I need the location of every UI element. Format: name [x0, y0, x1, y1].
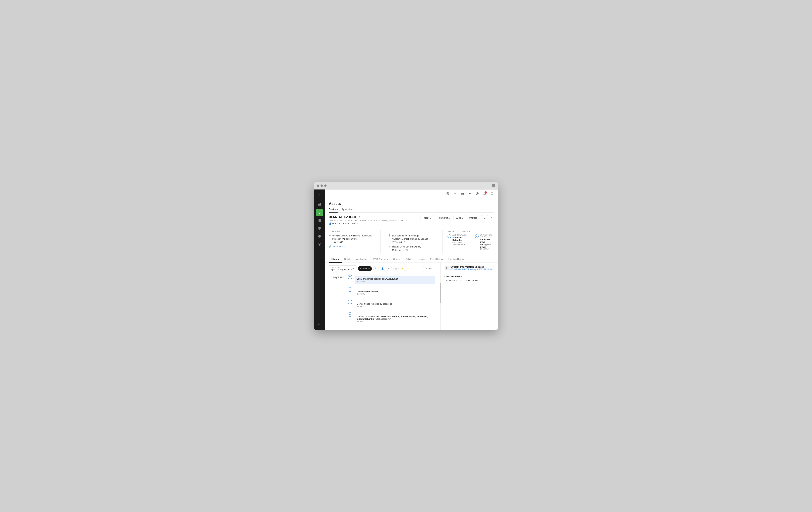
timeline-connector-2 — [347, 287, 353, 300]
timeline-event-content-3: Device freeze removed by passcode 11:58 … — [353, 300, 437, 312]
tab-applications[interactable]: Applications — [354, 256, 371, 263]
timeline-connector-3 — [347, 300, 353, 312]
unenroll-button[interactable]: Unenroll — [467, 215, 480, 220]
export-button[interactable]: Export... — [423, 266, 437, 271]
expand-arrows-icon: >> — [318, 323, 321, 325]
location-text: Vancouver, British Columbia, Canada — [392, 237, 428, 240]
device-detail: DESKTOP-LA4LLTR ∧ VMware-56 4d a8 d1 76 … — [325, 212, 498, 330]
timeline-line-1 — [350, 279, 350, 287]
panel-value-row: 172.31.126.73 → 172.31.126.164 — [444, 279, 495, 282]
history-panel: ⚙ System information updated DESKTOP-LA4… — [441, 263, 498, 330]
add-button[interactable] — [445, 191, 451, 196]
sort-button[interactable] — [453, 191, 458, 196]
policy-link[interactable]: Shiva Policy — [333, 245, 345, 248]
device-user-text: DESKTOP-LA4LLTR\Shiva — [332, 222, 358, 225]
event-title-bold-1: 172.31.126.164 — [384, 278, 400, 280]
grid-filter-button[interactable]: ⊞ — [393, 266, 399, 272]
tab-policies[interactable]: Policies — [403, 256, 416, 263]
timeline-date-2 — [329, 287, 347, 300]
sidebar-item-dashboard[interactable] — [316, 201, 323, 208]
gear-filter-button[interactable]: ⚙ — [386, 266, 392, 272]
timeline-event-item-4[interactable]: Location updated to 650 West 27th Avenue… — [355, 313, 435, 324]
run-script-button[interactable]: Run Script... — [435, 215, 452, 220]
traffic-light-close[interactable] — [317, 184, 319, 187]
sidebar-expand-button[interactable]: >> — [316, 320, 323, 328]
scrollbar-thumb[interactable] — [440, 283, 441, 303]
device-mac-id: VMware-56 4d a8 d1 76 4a 39 53-3d 3f 0e … — [329, 220, 407, 222]
usage-label: Heavily Used 15h 5m avg/day — [392, 245, 421, 249]
notification-button[interactable]: 1 — [482, 191, 487, 196]
svg-rect-1 — [319, 203, 320, 205]
tab-applications[interactable]: Applications — [342, 208, 354, 212]
bell-button[interactable] — [489, 191, 495, 196]
logo-mark: /\ — [319, 193, 320, 197]
timeline-icon-1 — [348, 275, 352, 279]
panel-value-to: 172.31.126.164 — [463, 279, 478, 282]
security-name-antimalware: Windows Defender — [453, 236, 471, 241]
sidebar: /\ — [314, 190, 325, 330]
user-icon-small: 👤 — [329, 222, 331, 225]
security-type-antimalware: ANTI-MALWARE — [453, 234, 471, 236]
window-chrome: /\ — [314, 182, 498, 330]
timeline-event-item-3[interactable]: Device freeze removed by passcode 11:58 … — [355, 301, 435, 310]
close-button[interactable]: ✕ — [489, 216, 494, 220]
location-filter-button[interactable]: 📍 — [373, 266, 378, 272]
device-user: 👤 DESKTOP-LA4LLTR\Shiva — [329, 222, 407, 225]
help-button[interactable] — [474, 191, 480, 196]
sidebar-item-documents[interactable] — [316, 217, 323, 224]
event-title-2: Device freeze removed — [357, 290, 433, 292]
tab-location-history[interactable]: Location History — [446, 256, 467, 263]
user-filter-button[interactable]: 👤 — [380, 266, 385, 272]
tab-history[interactable]: History — [329, 256, 342, 263]
top-bar: 1 — [325, 190, 498, 198]
date-filter-container: Last 30 days April 17 - May 17, 2023 — [331, 266, 352, 271]
monitor-icon — [318, 210, 321, 215]
sidebar-item-settings[interactable] — [316, 241, 323, 248]
event-title-plain-4: Location updated to — [357, 315, 377, 318]
timeline: May 4, 2023 — [329, 275, 437, 327]
panel-title: System information updated — [451, 265, 493, 268]
person-button[interactable] — [467, 191, 472, 196]
connection-text: Last connected 4 hours ago Vancouver, Br… — [392, 234, 428, 244]
timeline-event-content-1: Local IP address updated to 172.31.126.1… — [353, 275, 437, 287]
gear-icon — [318, 243, 321, 247]
chevron-up-icon[interactable]: ∧ — [359, 216, 360, 218]
freeze-button[interactable]: Freeze... — [420, 215, 434, 220]
sidebar-item-shield[interactable] — [316, 225, 323, 232]
device-info: DESKTOP-LA4LLTR ∧ VMware-56 4d a8 d1 76 … — [329, 215, 407, 225]
calendar-button[interactable] — [460, 191, 465, 196]
scrollbar-track[interactable] — [440, 263, 441, 330]
ip-text: 172.31.64.12 — [392, 240, 428, 244]
timeline-event-item-2[interactable]: Device freeze removed 12:11 PM — [355, 288, 435, 297]
hamburger-line — [492, 186, 495, 186]
date-range-filter[interactable]: Last 30 days April 17 - May 17, 2023 ▼ — [329, 265, 357, 272]
page-tabs: Devices Applications — [329, 208, 494, 212]
timeline-icon-4 — [348, 312, 352, 317]
tab-edd-summary[interactable]: EDD Summary — [371, 256, 390, 263]
timeline-event-4: Location updated to 650 West 27th Avenue… — [329, 312, 437, 327]
event-time-3: 11:58 AM — [357, 306, 433, 308]
tab-details[interactable]: Details — [342, 256, 354, 263]
svg-point-7 — [319, 244, 320, 245]
device-header: DESKTOP-LA4LLTR ∧ VMware-56 4d a8 d1 76 … — [325, 212, 498, 228]
tab-devices[interactable]: Devices — [329, 208, 338, 212]
tab-groups[interactable]: Groups — [390, 256, 403, 263]
wipe-button[interactable]: Wipe... — [454, 215, 465, 220]
timeline-event-1: May 4, 2023 — [329, 275, 437, 287]
all-events-filter[interactable]: All Events — [358, 266, 372, 271]
hamburger-line — [492, 187, 495, 187]
sidebar-item-clock[interactable] — [316, 233, 323, 240]
tab-usage[interactable]: Usage — [416, 256, 428, 263]
traffic-light-maximize[interactable] — [324, 184, 326, 187]
sidebar-item-devices[interactable] — [316, 209, 323, 216]
traffic-light-minimize[interactable] — [321, 184, 323, 187]
timeline-event-item-1[interactable]: Local IP address updated to 172.31.126.1… — [355, 276, 435, 284]
lightning-filter-button[interactable]: ⚡ — [400, 266, 405, 272]
file-icon — [318, 219, 321, 223]
hamburger-menu[interactable] — [492, 184, 495, 187]
security-check-icon: ✓ — [447, 234, 451, 238]
more-actions-button[interactable]: ... — [481, 215, 488, 220]
security-type-encryption: ENCRYPTION STATUS — [480, 234, 494, 238]
tab-event-history[interactable]: Event History — [428, 256, 446, 263]
chart-bar-icon — [318, 202, 321, 206]
